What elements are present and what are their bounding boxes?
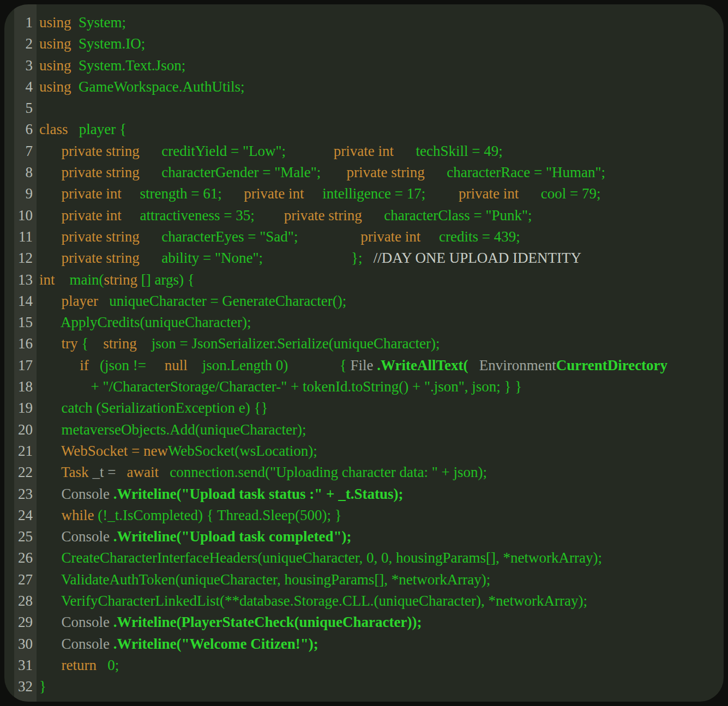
code-segment: Console xyxy=(39,636,113,652)
line-number: 24 xyxy=(14,505,37,526)
code-line-text[interactable]: metaverseObjects.Add(uniqueCharacter); xyxy=(37,419,306,441)
line-number: 11 xyxy=(14,226,37,248)
code-line-text[interactable]: return 0; xyxy=(37,655,119,676)
code-line-text[interactable]: class player { xyxy=(37,119,127,140)
code-line-text[interactable]: using GameWorkspace.AuthUtils; xyxy=(37,76,245,98)
code-segment: Console xyxy=(39,486,113,502)
code-segment: .Writeline("Upload task completed"); xyxy=(113,528,352,545)
code-line-text[interactable]: using System.IO; xyxy=(37,33,145,55)
code-line-text[interactable]: } xyxy=(37,676,46,697)
line-number: 22 xyxy=(14,462,37,483)
code-line: 2using System.IO; xyxy=(4,33,724,55)
code-line: 31 return 0; xyxy=(4,655,724,676)
code-editor-panel: 1using System;2using System.IO;3using Sy… xyxy=(4,4,724,702)
code-segment: attractiveness = 35; xyxy=(122,207,255,224)
code-line-text[interactable]: CreateCharacterInterfaceHeaders(uniqueCh… xyxy=(37,547,602,569)
code-segment: ApplyCredits(uniqueCharacter); xyxy=(39,314,251,330)
line-number: 32 xyxy=(14,676,37,697)
code-segment: private string xyxy=(39,164,140,180)
code-line-text[interactable]: Console .Writeline("Upload task complete… xyxy=(37,526,351,547)
code-line-text[interactable] xyxy=(37,98,39,119)
code-segment: Console xyxy=(39,614,113,630)
line-number: 2 xyxy=(14,33,37,55)
code-segment: class xyxy=(39,121,68,137)
code-segment: private string xyxy=(39,250,140,266)
code-line-text[interactable]: private string ability = "None"; }; //DA… xyxy=(37,248,581,269)
code-line-text[interactable]: Console .Writeline("Upload task status :… xyxy=(37,484,403,505)
code-line-text[interactable]: private int strength = 61; private int i… xyxy=(37,183,601,204)
code-segment: techSkill = 49; xyxy=(394,143,503,159)
code-segment: //DAY ONE UPLOAD IDENTITY xyxy=(362,250,581,266)
code-line: 5 xyxy=(4,98,724,119)
line-number: 9 xyxy=(14,183,37,204)
code-segment: player { xyxy=(68,121,126,137)
code-line: 15 ApplyCredits(uniqueCharacter); xyxy=(4,312,724,333)
code-line-text[interactable]: WebSocket = newWebSocket(wsLocation); xyxy=(37,441,317,462)
code-segment: json.Length 0) xyxy=(188,357,288,373)
code-segment: Console xyxy=(39,528,113,545)
code-line-text[interactable]: while (!_t.IsCompleted) { Thread.Sleep(5… xyxy=(37,505,342,526)
code-line-text[interactable]: Task _t = await connection.send("Uploadi… xyxy=(37,462,487,483)
code-segment: private int xyxy=(39,207,122,224)
code-line-text[interactable]: Console .Writeline(PlayerStateCheck(uniq… xyxy=(37,612,422,633)
line-number: 7 xyxy=(14,141,37,162)
code-segment: using xyxy=(39,14,71,31)
line-number: 21 xyxy=(14,441,37,462)
code-line-text[interactable]: catch (SerializationException e) {} xyxy=(37,397,268,419)
code-segment: string xyxy=(88,335,137,352)
code-segment: credits = 439; xyxy=(420,228,520,245)
code-segment: player xyxy=(39,293,98,309)
code-line: 7 private string creditYield = "Low"; pr… xyxy=(4,141,724,162)
code-segment: intelligence = 17; xyxy=(304,185,425,202)
code-line-text[interactable]: player uniqueCharacter = GenerateCharact… xyxy=(37,291,346,312)
line-number: 25 xyxy=(14,526,37,547)
line-number: 28 xyxy=(14,590,37,612)
code-segment: connection.send("Uploading character dat… xyxy=(159,464,487,480)
code-line-text[interactable]: + "/CharacterStorage/Character-" + token… xyxy=(37,376,522,397)
code-line-text[interactable]: Console .Writeline("Welcome Citizen!"); xyxy=(37,633,318,655)
line-number: 26 xyxy=(14,547,37,569)
code-segment: characterClass = "Punk"; xyxy=(362,207,532,224)
code-line: 27 ValidateAuthToken(uniqueCharacter, ho… xyxy=(4,569,724,590)
line-number: 18 xyxy=(14,376,37,397)
code-segment: File xyxy=(350,357,373,373)
code-line: 19 catch (SerializationException e) {} xyxy=(4,397,724,419)
code-line-text[interactable]: int main(string [] args) { xyxy=(37,269,195,291)
code-segment: (json != xyxy=(89,357,146,373)
line-number: 15 xyxy=(14,312,37,333)
code-segment: .Writeline("Upload task status :" + _t.S… xyxy=(113,486,404,502)
code-line-text[interactable]: ValidateAuthToken(uniqueCharacter, housi… xyxy=(37,569,490,590)
code-segment: (!_t.IsCompleted) { Thread.Sleep(500); } xyxy=(94,507,342,523)
code-line-text[interactable]: private string creditYield = "Low"; priv… xyxy=(37,141,503,162)
code-segment: null xyxy=(146,357,188,373)
code-line: 20 metaverseObjects.Add(uniqueCharacter)… xyxy=(4,419,724,441)
code-line-text[interactable]: try { string json = JsonSerializer.Seria… xyxy=(37,333,440,354)
line-number: 31 xyxy=(14,655,37,676)
code-line: 4using GameWorkspace.AuthUtils; xyxy=(4,76,724,98)
code-line: 17 if (json != null json.Length 0) { Fil… xyxy=(4,355,724,376)
code-segment: private string xyxy=(321,164,424,180)
code-segment: characterGender = "Male"; xyxy=(140,164,321,180)
code-line-text[interactable]: using System; xyxy=(37,12,126,33)
code-line: 32} xyxy=(4,676,724,697)
code-line-text[interactable]: private string characterGender = "Male";… xyxy=(37,162,605,183)
code-segment: Environment xyxy=(468,357,556,373)
code-line: 23 Console .Writeline("Upload task statu… xyxy=(4,484,724,505)
code-segment: private string xyxy=(255,207,362,224)
code-segment: { xyxy=(288,357,350,373)
code-line-text[interactable]: VerifyCharacterLinkedList(**database.Sto… xyxy=(37,590,587,612)
code-segment: ValidateAuthToken(uniqueCharacter, housi… xyxy=(39,571,490,588)
line-number: 30 xyxy=(14,633,37,655)
code-segment: Task xyxy=(39,464,89,480)
code-line-text[interactable]: ApplyCredits(uniqueCharacter); xyxy=(37,312,251,333)
line-number: 5 xyxy=(14,98,37,119)
code-segment: GameWorkspace.AuthUtils; xyxy=(71,79,245,95)
code-line-text[interactable]: private string characterEyes = "Sad"; pr… xyxy=(37,226,520,248)
line-number: 3 xyxy=(14,55,37,76)
code-line-text[interactable]: if (json != null json.Length 0) { File .… xyxy=(37,355,667,376)
line-number: 23 xyxy=(14,484,37,505)
code-segment: System.Text.Json; xyxy=(71,57,186,74)
code-line-text[interactable]: using System.Text.Json; xyxy=(37,55,185,76)
code-line: 25 Console .Writeline("Upload task compl… xyxy=(4,526,724,547)
code-line-text[interactable]: private int attractiveness = 35; private… xyxy=(37,205,532,226)
